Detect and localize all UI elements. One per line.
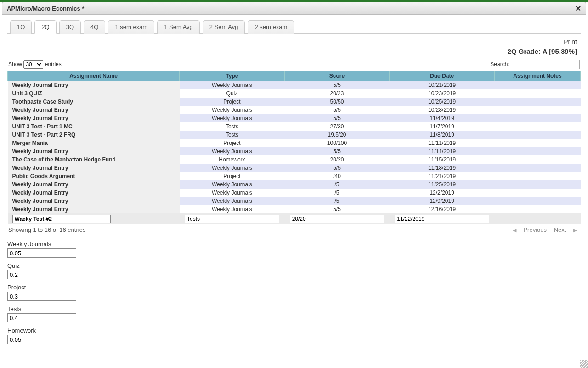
assignment-type-input[interactable]	[185, 215, 279, 223]
table-row: Weekly Journal EntryWeekly Journals5/511…	[8, 164, 581, 172]
table-row: Weekly Journal EntryWeekly Journals/512/…	[8, 197, 581, 205]
table-row: UNIT 3 Test - Part 2 FRQTests19.5/2011/8…	[8, 131, 581, 139]
search-input[interactable]	[511, 60, 580, 69]
col-type[interactable]: Type	[180, 71, 285, 81]
table-row: The Case of the Manhattan Hedge FundHome…	[8, 155, 581, 164]
col-assignment-name[interactable]: Assignment Name	[8, 71, 180, 81]
weight-input-tests[interactable]	[7, 313, 76, 322]
window-titlebar: APMicro/Macro Econmics * ✕	[2, 2, 586, 15]
weight-input-weekly-journals[interactable]	[7, 248, 76, 258]
table-row: Weekly Journal EntryWeekly Journals5/511…	[8, 147, 581, 155]
weight-label: Quiz	[7, 262, 581, 269]
tab-3q[interactable]: 3Q	[59, 20, 81, 34]
prev-arrow-icon[interactable]: ◀	[513, 227, 516, 233]
search-label: Search:	[490, 61, 509, 68]
show-label: Show	[8, 61, 22, 68]
tab-1-sem-avg[interactable]: 1 Sem Avg	[157, 20, 200, 34]
pager: ◀ Previous Next ▶	[510, 226, 580, 233]
assignment-due-input[interactable]	[395, 215, 489, 223]
table-row: Toothpaste Case StudyProject50/5010/25/2…	[8, 98, 581, 106]
weight-item: Project	[7, 284, 581, 301]
tab-bar: 1Q2Q3Q4Q1 sem exam1 Sem Avg2 Sem Avg2 se…	[7, 20, 581, 34]
entries-label: entries	[45, 61, 62, 68]
table-row: Weekly Journal EntryWeekly Journals5/510…	[8, 106, 581, 114]
weight-input-project[interactable]	[7, 292, 76, 301]
table-row: Weekly Journal EntryWeekly Journals5/510…	[8, 81, 581, 90]
assignment-name-input[interactable]	[12, 215, 111, 223]
weight-input-quiz[interactable]	[7, 270, 76, 279]
col-score[interactable]: Score	[284, 71, 390, 81]
entries-info: Showing 1 to 16 of 16 entries	[8, 226, 85, 233]
weight-item: Weekly Journals	[7, 241, 581, 258]
table-row: Weekly Journal EntryWeekly Journals/512/…	[8, 189, 581, 197]
grade-summary: 2Q Grade: A [95.39%]	[7, 47, 577, 55]
weight-item: Tests	[7, 305, 581, 322]
table-row: UNIT 3 Test - Part 1 MCTests27/3011/7/20…	[8, 122, 581, 131]
table-row: Weekly Journal EntryWeekly Journals5/511…	[8, 114, 581, 122]
tab-2-sem-avg[interactable]: 2 Sem Avg	[203, 20, 245, 34]
tab-4q[interactable]: 4Q	[84, 20, 105, 34]
col-assignment-notes[interactable]: Assignment Notes	[494, 71, 580, 81]
print-link[interactable]: Print	[564, 38, 577, 46]
tab-1q[interactable]: 1Q	[10, 20, 32, 34]
tab-2q[interactable]: 2Q	[34, 20, 56, 34]
category-weights: Weekly JournalsQuizProjectTestsHomework	[7, 241, 581, 344]
weight-item: Quiz	[7, 262, 581, 279]
search-group: Search:	[490, 60, 580, 69]
assignment-score-input[interactable]	[290, 215, 384, 223]
next-button[interactable]: Next	[554, 226, 566, 233]
tab-2-sem-exam[interactable]: 2 sem exam	[248, 20, 294, 34]
table-row: Public Goods ArgumentProject/4011/21/201…	[8, 172, 581, 180]
window-title: APMicro/Macro Econmics *	[7, 5, 84, 12]
resize-handle-icon[interactable]	[580, 360, 588, 368]
content-scroll[interactable]: 1Q2Q3Q4Q1 sem exam1 Sem Avg2 Sem Avg2 se…	[2, 16, 586, 366]
tab-1-sem-exam[interactable]: 1 sem exam	[108, 20, 154, 34]
entries-select[interactable]: 103050100	[23, 60, 43, 69]
close-icon[interactable]: ✕	[575, 4, 581, 13]
grades-table: Assignment NameTypeScoreDue DateAssignme…	[7, 71, 581, 224]
weight-item: Homework	[7, 327, 581, 344]
next-arrow-icon[interactable]: ▶	[573, 227, 577, 233]
table-row: Weekly Journal EntryWeekly Journals5/512…	[8, 205, 581, 213]
weight-label: Homework	[7, 327, 581, 334]
table-row: Weekly Journal EntryWeekly Journals/511/…	[8, 180, 581, 189]
entries-selector: Show 103050100 entries	[8, 60, 62, 69]
table-row: Merger ManiaProject100/10011/11/2019	[8, 139, 581, 147]
weight-label: Project	[7, 284, 581, 291]
weight-input-homework[interactable]	[7, 335, 76, 344]
weight-label: Weekly Journals	[7, 241, 581, 247]
weight-label: Tests	[7, 305, 581, 312]
new-assignment-row	[8, 213, 581, 224]
col-due-date[interactable]: Due Date	[390, 71, 495, 81]
table-row: Unit 3 QUIZQuiz20/2310/23/2019	[8, 89, 581, 98]
prev-button[interactable]: Previous	[523, 226, 547, 233]
